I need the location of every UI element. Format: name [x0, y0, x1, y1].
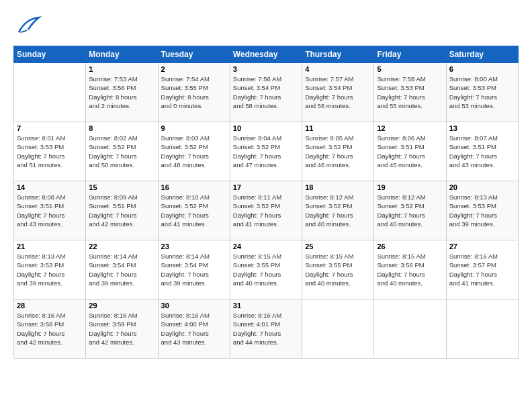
logo — [13, 12, 43, 40]
day-number: 12 — [377, 124, 443, 132]
weekday-header: Sunday — [14, 46, 86, 63]
calendar-cell: 14Sunrise: 8:08 AMSunset: 3:51 PMDayligh… — [14, 181, 86, 240]
day-number: 6 — [449, 65, 515, 73]
calendar-week: 14Sunrise: 8:08 AMSunset: 3:51 PMDayligh… — [14, 181, 519, 240]
day-info: Sunrise: 8:14 AMSunset: 3:54 PMDaylight:… — [89, 252, 154, 287]
calendar-cell: 17Sunrise: 8:11 AMSunset: 3:52 PMDayligh… — [230, 181, 302, 240]
day-info: Sunrise: 8:11 AMSunset: 3:52 PMDaylight:… — [233, 193, 299, 228]
day-info: Sunrise: 8:12 AMSunset: 3:52 PMDaylight:… — [377, 193, 443, 228]
calendar-cell: 13Sunrise: 8:07 AMSunset: 3:51 PMDayligh… — [446, 122, 518, 181]
day-info: Sunrise: 8:01 AMSunset: 3:53 PMDaylight:… — [17, 134, 83, 169]
calendar-cell: 3Sunrise: 7:56 AMSunset: 3:54 PMDaylight… — [230, 63, 302, 122]
day-number: 2 — [161, 65, 227, 73]
day-info: Sunrise: 8:04 AMSunset: 3:52 PMDaylight:… — [233, 134, 299, 169]
calendar-week: 21Sunrise: 8:13 AMSunset: 3:53 PMDayligh… — [14, 240, 519, 300]
day-info: Sunrise: 8:15 AMSunset: 3:56 PMDaylight:… — [377, 252, 443, 287]
day-number: 7 — [17, 124, 83, 132]
day-number: 5 — [377, 65, 443, 73]
weekday-row: SundayMondayTuesdayWednesdayThursdayFrid… — [14, 46, 519, 63]
day-number: 1 — [89, 65, 154, 73]
day-number: 10 — [233, 124, 299, 132]
day-info: Sunrise: 8:06 AMSunset: 3:51 PMDaylight:… — [377, 134, 443, 169]
calendar-cell: 1Sunrise: 7:53 AMSunset: 3:56 PMDaylight… — [86, 63, 158, 122]
day-info: Sunrise: 8:13 AMSunset: 3:53 PMDaylight:… — [17, 252, 83, 287]
day-number: 31 — [233, 302, 299, 310]
day-number: 17 — [233, 183, 299, 191]
calendar-cell: 10Sunrise: 8:04 AMSunset: 3:52 PMDayligh… — [230, 122, 302, 181]
day-number: 21 — [17, 242, 83, 250]
day-number: 24 — [233, 242, 299, 250]
calendar-cell — [374, 300, 446, 359]
day-info: Sunrise: 7:57 AMSunset: 3:54 PMDaylight:… — [305, 75, 371, 110]
calendar-cell: 22Sunrise: 8:14 AMSunset: 3:54 PMDayligh… — [86, 240, 158, 300]
calendar-cell: 21Sunrise: 8:13 AMSunset: 3:53 PMDayligh… — [14, 240, 86, 300]
day-number: 23 — [161, 242, 227, 250]
calendar-cell: 8Sunrise: 8:02 AMSunset: 3:52 PMDaylight… — [86, 122, 158, 181]
day-number: 3 — [233, 65, 299, 73]
day-number: 20 — [449, 183, 515, 191]
day-info: Sunrise: 8:07 AMSunset: 3:51 PMDaylight:… — [449, 134, 515, 169]
day-info: Sunrise: 8:09 AMSunset: 3:51 PMDaylight:… — [89, 193, 154, 228]
weekday-header: Monday — [86, 46, 158, 63]
day-info: Sunrise: 8:00 AMSunset: 3:53 PMDaylight:… — [449, 75, 515, 110]
day-number: 26 — [377, 242, 443, 250]
calendar-cell: 30Sunrise: 8:16 AMSunset: 4:00 PMDayligh… — [158, 300, 230, 359]
calendar-cell: 2Sunrise: 7:54 AMSunset: 3:55 PMDaylight… — [158, 63, 230, 122]
calendar-cell — [14, 63, 86, 122]
day-number: 14 — [17, 183, 83, 191]
day-number: 25 — [305, 242, 371, 250]
calendar-cell: 11Sunrise: 8:05 AMSunset: 3:52 PMDayligh… — [302, 122, 374, 181]
calendar-cell: 27Sunrise: 8:16 AMSunset: 3:57 PMDayligh… — [446, 240, 518, 300]
day-info: Sunrise: 8:16 AMSunset: 3:59 PMDaylight:… — [89, 311, 154, 347]
calendar-cell: 19Sunrise: 8:12 AMSunset: 3:52 PMDayligh… — [374, 181, 446, 240]
logo-icon — [13, 12, 42, 40]
weekday-header: Friday — [374, 46, 446, 63]
day-info: Sunrise: 8:16 AMSunset: 4:00 PMDaylight:… — [161, 311, 227, 347]
day-number: 8 — [89, 124, 154, 132]
header — [13, 12, 519, 40]
day-info: Sunrise: 8:16 AMSunset: 3:57 PMDaylight:… — [449, 252, 515, 287]
calendar-week: 28Sunrise: 8:16 AMSunset: 3:58 PMDayligh… — [14, 300, 519, 359]
day-info: Sunrise: 7:54 AMSunset: 3:55 PMDaylight:… — [161, 75, 227, 110]
day-info: Sunrise: 8:13 AMSunset: 3:53 PMDaylight:… — [449, 193, 515, 228]
day-info: Sunrise: 8:12 AMSunset: 3:52 PMDaylight:… — [305, 193, 371, 228]
day-info: Sunrise: 8:14 AMSunset: 3:54 PMDaylight:… — [161, 252, 227, 287]
day-number: 11 — [305, 124, 371, 132]
day-number: 22 — [89, 242, 154, 250]
calendar-week: 1Sunrise: 7:53 AMSunset: 3:56 PMDaylight… — [14, 63, 519, 122]
calendar-cell: 20Sunrise: 8:13 AMSunset: 3:53 PMDayligh… — [446, 181, 518, 240]
day-number: 18 — [305, 183, 371, 191]
day-number: 19 — [377, 183, 443, 191]
day-number: 29 — [89, 302, 154, 310]
day-info: Sunrise: 7:58 AMSunset: 3:53 PMDaylight:… — [377, 75, 443, 110]
day-info: Sunrise: 8:15 AMSunset: 3:55 PMDaylight:… — [233, 252, 299, 287]
calendar-cell — [302, 300, 374, 359]
calendar-cell: 24Sunrise: 8:15 AMSunset: 3:55 PMDayligh… — [230, 240, 302, 300]
calendar-cell — [446, 300, 518, 359]
day-info: Sunrise: 8:10 AMSunset: 3:52 PMDaylight:… — [161, 193, 227, 228]
day-info: Sunrise: 8:03 AMSunset: 3:52 PMDaylight:… — [161, 134, 227, 169]
day-number: 16 — [161, 183, 227, 191]
calendar-cell: 4Sunrise: 7:57 AMSunset: 3:54 PMDaylight… — [302, 63, 374, 122]
calendar-cell: 25Sunrise: 8:15 AMSunset: 3:55 PMDayligh… — [302, 240, 374, 300]
calendar-cell: 31Sunrise: 8:16 AMSunset: 4:01 PMDayligh… — [230, 300, 302, 359]
day-info: Sunrise: 7:56 AMSunset: 3:54 PMDaylight:… — [233, 75, 299, 110]
calendar-cell: 15Sunrise: 8:09 AMSunset: 3:51 PMDayligh… — [86, 181, 158, 240]
calendar-body: 1Sunrise: 7:53 AMSunset: 3:56 PMDaylight… — [14, 63, 519, 359]
day-info: Sunrise: 8:02 AMSunset: 3:52 PMDaylight:… — [89, 134, 154, 169]
day-info: Sunrise: 8:05 AMSunset: 3:52 PMDaylight:… — [305, 134, 371, 169]
calendar-cell: 23Sunrise: 8:14 AMSunset: 3:54 PMDayligh… — [158, 240, 230, 300]
weekday-header: Thursday — [302, 46, 374, 63]
weekday-header: Tuesday — [158, 46, 230, 63]
calendar-cell: 9Sunrise: 8:03 AMSunset: 3:52 PMDaylight… — [158, 122, 230, 181]
calendar-cell: 28Sunrise: 8:16 AMSunset: 3:58 PMDayligh… — [14, 300, 86, 359]
day-info: Sunrise: 8:16 AMSunset: 3:58 PMDaylight:… — [17, 311, 83, 347]
calendar-cell: 18Sunrise: 8:12 AMSunset: 3:52 PMDayligh… — [302, 181, 374, 240]
day-number: 9 — [161, 124, 227, 132]
calendar: SundayMondayTuesdayWednesdayThursdayFrid… — [13, 46, 519, 359]
day-info: Sunrise: 7:53 AMSunset: 3:56 PMDaylight:… — [89, 75, 154, 110]
calendar-cell: 16Sunrise: 8:10 AMSunset: 3:52 PMDayligh… — [158, 181, 230, 240]
calendar-cell: 29Sunrise: 8:16 AMSunset: 3:59 PMDayligh… — [86, 300, 158, 359]
calendar-cell: 7Sunrise: 8:01 AMSunset: 3:53 PMDaylight… — [14, 122, 86, 181]
calendar-cell: 12Sunrise: 8:06 AMSunset: 3:51 PMDayligh… — [374, 122, 446, 181]
